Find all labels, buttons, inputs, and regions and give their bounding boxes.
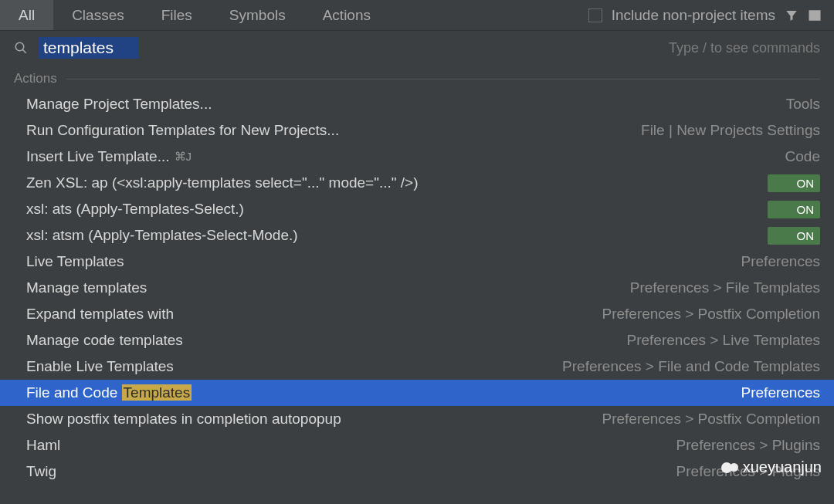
result-label: Twig [26,463,56,480]
result-label: Manage code templates [26,332,183,349]
tab-all[interactable]: All [0,0,53,30]
result-label: xsl: atsm (Apply-Templates-Select-Mode.) [26,227,298,244]
result-row[interactable]: Zen XSL: ap (<xsl:apply-templates select… [0,170,834,196]
result-label: Expand templates with [26,306,174,323]
result-location: Tools [786,96,820,113]
watermark: xueyuanjun [721,458,822,476]
highlight-match: Templates [122,384,192,401]
watermark-text: xueyuanjun [743,458,822,476]
result-row[interactable]: xsl: atsm (Apply-Templates-Select-Mode.)… [0,222,834,249]
result-location: Preferences [741,384,820,401]
result-location: Preferences > Postfix Completion [602,411,821,428]
result-row[interactable]: xsl: ats (Apply-Templates-Select.) ON [0,196,834,222]
tab-label: Files [161,7,192,24]
header-bar: All Classes Files Symbols Actions Includ… [0,0,834,31]
result-location: Preferences > Plugins [676,437,820,454]
window-icon[interactable] [808,8,822,22]
tabs-container: All Classes Files Symbols Actions [0,0,389,30]
result-label: Show postfix templates in completion aut… [26,411,341,428]
result-row[interactable]: Expand templates with Preferences > Post… [0,301,834,327]
svg-line-3 [22,49,26,53]
result-row[interactable]: Run Configuration Templates for New Proj… [0,117,834,144]
result-label: Zen XSL: ap (<xsl:apply-templates select… [26,174,419,191]
result-row[interactable]: Insert Live Template... ⌘J Code [0,144,834,170]
result-label: Run Configuration Templates for New Proj… [26,122,339,139]
wechat-icon [721,462,738,473]
result-location: Preferences > Postfix Completion [602,306,821,323]
result-location: Preferences > Live Templates [627,332,820,349]
result-location: File | New Projects Settings [641,122,820,139]
tab-symbols[interactable]: Symbols [211,0,304,30]
result-label: xsl: ats (Apply-Templates-Select.) [26,201,244,218]
tab-label: Symbols [229,7,286,24]
tab-label: All [19,7,35,24]
result-label: Haml [26,437,60,454]
tab-label: Actions [323,7,371,24]
result-row[interactable]: Twig Preferences > Plugins [0,458,834,485]
results-list: Manage Project Templates... Tools Run Co… [0,91,834,485]
result-label: File and Code Templates [26,384,192,401]
svg-point-2 [15,42,24,51]
include-label: Include non-project items [612,7,775,24]
header-right: Include non-project items [588,7,834,24]
include-checkbox[interactable] [588,8,602,22]
result-row[interactable]: Enable Live Templates Preferences > File… [0,353,834,380]
filter-icon[interactable] [785,8,798,22]
result-shortcut: ⌘J [175,150,192,164]
result-label: Insert Live Template... [26,148,170,165]
search-icon [14,41,28,55]
tab-actions[interactable]: Actions [304,0,389,30]
section-title: Actions [14,71,57,86]
tab-label: Classes [72,7,124,24]
toggle-on[interactable]: ON [768,227,820,245]
svg-rect-0 [809,11,820,20]
result-label: Live Templates [26,253,124,270]
result-row[interactable]: Haml Preferences > Plugins [0,432,834,458]
result-row[interactable]: Manage code templates Preferences > Live… [0,327,834,353]
result-row-selected[interactable]: File and Code Templates Preferences [0,380,834,406]
search-hint: Type / to see commands [669,40,820,56]
tab-classes[interactable]: Classes [53,0,143,30]
result-label: Manage templates [26,279,147,296]
result-location: Code [785,148,820,165]
result-label: Manage Project Templates... [26,96,212,113]
toggle-on[interactable]: ON [768,174,820,192]
result-location: Preferences > File Templates [630,279,820,296]
result-location: Preferences [741,253,820,270]
result-location: Preferences > File and Code Templates [562,358,820,375]
search-input[interactable] [39,37,139,59]
section-header: Actions [0,65,834,91]
tab-files[interactable]: Files [143,0,211,30]
result-row[interactable]: Manage templates Preferences > File Temp… [0,275,834,301]
result-label: Enable Live Templates [26,358,174,375]
section-divider [66,79,820,79]
toggle-on[interactable]: ON [768,201,820,218]
search-row: Type / to see commands [0,31,834,65]
result-row[interactable]: Live Templates Preferences [0,249,834,275]
result-row[interactable]: Show postfix templates in completion aut… [0,406,834,432]
result-row[interactable]: Manage Project Templates... Tools [0,91,834,117]
